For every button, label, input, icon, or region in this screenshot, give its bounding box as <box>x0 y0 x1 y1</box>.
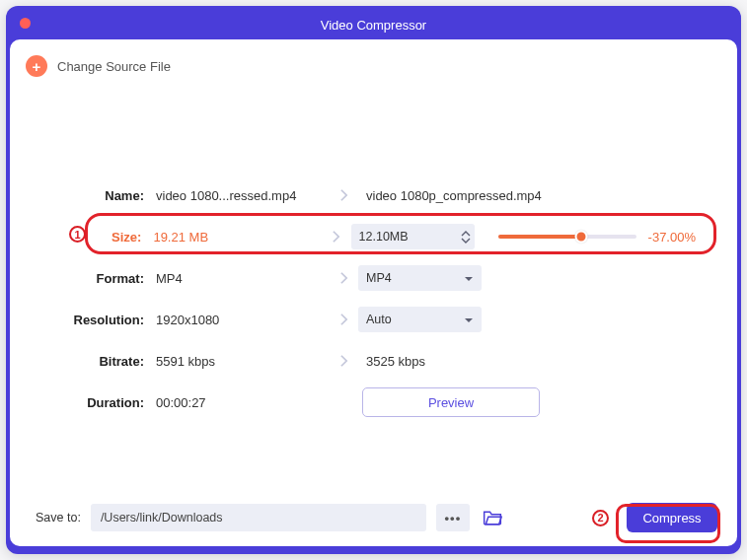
source-size-value: 19.21 MB <box>153 230 322 245</box>
window-controls <box>20 18 31 29</box>
label-resolution: Resolution: <box>36 313 156 327</box>
target-name-value[interactable]: video 1080p_compressed.mp4 <box>358 188 542 203</box>
plus-icon: + <box>33 58 41 75</box>
open-folder-button[interactable] <box>480 505 505 530</box>
annotation-badge-2: 2 <box>592 510 609 526</box>
titlebar: Video Compressor <box>10 10 737 39</box>
row-bitrate: Bitrate: 5591 kbps 3525 kbps <box>36 341 702 381</box>
target-size-stepper[interactable]: 12.10MB <box>351 224 475 249</box>
window-title: Video Compressor <box>10 18 737 33</box>
row-duration: Duration: 00:00:27 Preview <box>36 383 702 422</box>
label-name: Name: <box>36 188 156 203</box>
close-window-icon[interactable] <box>20 18 31 29</box>
chevron-down-icon <box>464 313 474 326</box>
more-options-button[interactable]: ••• <box>436 504 470 531</box>
source-format-value: MP4 <box>156 271 329 286</box>
label-duration: Duration: <box>36 395 156 410</box>
chevron-icon <box>329 271 358 285</box>
format-select[interactable]: MP4 <box>358 265 482 291</box>
change-source-row: + Change Source File <box>26 55 721 77</box>
footer: Save to: ••• 2 Compress <box>26 497 721 534</box>
row-size: Size: 19.21 MB 12.10MB <box>36 217 702 256</box>
preview-button-label: Preview <box>428 395 474 410</box>
preview-button[interactable]: Preview <box>362 387 540 417</box>
slider-thumb[interactable] <box>574 231 587 244</box>
slider-fill <box>498 235 581 239</box>
chevron-icon <box>329 188 358 202</box>
label-size: Size: <box>36 230 153 245</box>
label-format: Format: <box>36 271 156 286</box>
folder-icon <box>483 509 502 526</box>
chevron-icon <box>329 313 358 326</box>
annotation-badge-1: 1 <box>69 226 86 243</box>
row-format: Format: MP4 MP4 <box>36 258 702 298</box>
source-bitrate-value: 5591 kbps <box>156 354 329 369</box>
source-duration-value: 00:00:27 <box>156 395 329 410</box>
source-resolution-value: 1920x1080 <box>156 313 329 327</box>
label-bitrate: Bitrate: <box>36 354 156 369</box>
row-name: Name: video 1080...ressed.mp4 video 1080… <box>36 175 702 215</box>
source-name-value: video 1080...ressed.mp4 <box>156 188 329 203</box>
target-bitrate-value: 3525 kbps <box>358 354 425 369</box>
chevron-icon <box>329 354 358 368</box>
compress-button[interactable]: Compress <box>627 503 717 532</box>
chevron-icon <box>322 230 350 244</box>
target-size-value: 12.10MB <box>359 230 409 244</box>
add-source-button[interactable]: + <box>26 55 47 77</box>
compress-button-label: Compress <box>642 511 701 525</box>
size-percent-value: -37.00% <box>648 230 702 245</box>
stepper-arrows-icon[interactable] <box>461 231 471 244</box>
content-panel: + Change Source File 1 Name: video 1080.… <box>10 39 737 546</box>
size-slider[interactable] <box>498 235 636 239</box>
save-to-label: Save to: <box>36 511 81 525</box>
ellipsis-icon: ••• <box>445 511 462 525</box>
resolution-select[interactable]: Auto <box>358 307 482 332</box>
format-select-value: MP4 <box>366 271 392 285</box>
row-resolution: Resolution: 1920x1080 Auto <box>36 300 702 339</box>
change-source-label[interactable]: Change Source File <box>57 59 171 74</box>
save-path-input[interactable] <box>91 504 426 531</box>
app-window: Video Compressor + Change Source File 1 … <box>6 6 741 554</box>
chevron-down-icon <box>464 271 474 285</box>
resolution-select-value: Auto <box>366 313 392 326</box>
form-area: 1 Name: video 1080...ressed.mp4 video 10… <box>26 87 721 497</box>
